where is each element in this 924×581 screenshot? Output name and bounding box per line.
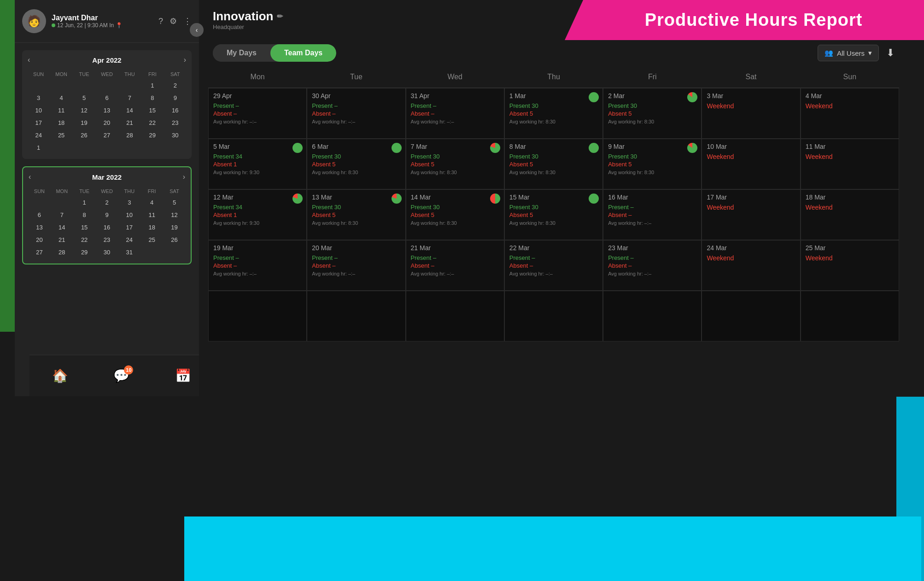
- table-row[interactable]: [406, 291, 504, 341]
- table-row[interactable]: 3 Mar Weekend: [702, 88, 800, 139]
- table-row[interactable]: 22 Mar Present – Absent – Avg working hr…: [504, 240, 603, 291]
- list-item[interactable]: 25: [141, 234, 163, 246]
- sidebar-toggle-button[interactable]: ‹: [190, 23, 204, 37]
- list-item[interactable]: 4: [141, 197, 163, 208]
- list-item[interactable]: 17: [118, 222, 140, 233]
- list-item[interactable]: 18: [50, 117, 72, 129]
- list-item[interactable]: 24: [118, 234, 140, 246]
- table-row[interactable]: 13 Mar Present 30 Absent 5 Avg working h…: [307, 189, 405, 240]
- list-item[interactable]: 17: [28, 117, 49, 129]
- list-item[interactable]: 11: [50, 105, 72, 116]
- list-item[interactable]: 5: [73, 92, 95, 104]
- list-item[interactable]: 9: [164, 92, 186, 104]
- list-item[interactable]: 21: [119, 117, 140, 129]
- list-item[interactable]: 14: [51, 222, 73, 233]
- list-item[interactable]: 5: [164, 197, 185, 208]
- edit-workspace-icon[interactable]: ✏: [277, 12, 283, 21]
- list-item[interactable]: 13: [96, 105, 117, 116]
- list-item[interactable]: 9: [96, 209, 118, 221]
- list-item[interactable]: 28: [119, 129, 140, 141]
- list-item[interactable]: 22: [74, 234, 95, 246]
- list-item[interactable]: 7: [119, 92, 140, 104]
- table-row[interactable]: 2 Mar Present 30 Absent 5 Avg working hr…: [603, 88, 702, 139]
- list-item[interactable]: 8: [74, 209, 95, 221]
- list-item[interactable]: 2: [164, 80, 186, 91]
- table-row[interactable]: 16 Mar Present – Absent – Avg working hr…: [603, 189, 702, 240]
- list-item[interactable]: 6: [96, 92, 117, 104]
- team-days-button[interactable]: Team Days: [270, 44, 336, 62]
- table-row[interactable]: [801, 291, 899, 341]
- table-row[interactable]: 11 Mar Weekend: [801, 139, 899, 189]
- help-button[interactable]: ?: [158, 17, 163, 26]
- nav-home[interactable]: 🏠: [52, 368, 68, 383]
- table-row[interactable]: 19 Mar Present – Absent – Avg working hr…: [208, 240, 307, 291]
- list-item[interactable]: 23: [96, 234, 118, 246]
- list-item[interactable]: 20: [96, 117, 117, 129]
- list-item[interactable]: 25: [50, 129, 72, 141]
- list-item[interactable]: 21: [51, 234, 73, 246]
- table-row[interactable]: 20 Mar Present – Absent – Avg working hr…: [307, 240, 405, 291]
- list-item[interactable]: 28: [51, 246, 73, 258]
- list-item[interactable]: 15: [141, 105, 163, 116]
- table-row[interactable]: 4 Mar Weekend: [801, 88, 899, 139]
- nav-chat[interactable]: 💬 10: [113, 368, 129, 383]
- list-item[interactable]: 16: [96, 222, 118, 233]
- table-row[interactable]: 21 Mar Present – Absent – Avg working hr…: [406, 240, 504, 291]
- table-row[interactable]: 6 Mar Present 30 Absent 5 Avg working hr…: [307, 139, 405, 189]
- list-item[interactable]: 14: [119, 105, 140, 116]
- list-item[interactable]: 31: [118, 246, 140, 258]
- list-item[interactable]: 10: [28, 105, 49, 116]
- list-item[interactable]: 27: [96, 129, 117, 141]
- table-row[interactable]: [504, 291, 603, 341]
- list-item[interactable]: 30: [96, 246, 118, 258]
- list-item[interactable]: 24: [28, 129, 49, 141]
- list-item[interactable]: 13: [29, 222, 50, 233]
- list-item[interactable]: 7: [51, 209, 73, 221]
- list-item[interactable]: 19: [73, 117, 95, 129]
- table-row[interactable]: [603, 291, 702, 341]
- table-row[interactable]: 25 Mar Weekend: [801, 240, 899, 291]
- list-item[interactable]: 19: [164, 222, 185, 233]
- list-item[interactable]: 1: [141, 80, 163, 91]
- list-item[interactable]: 22: [141, 117, 163, 129]
- list-item[interactable]: 3: [118, 197, 140, 208]
- list-item[interactable]: 8: [141, 92, 163, 104]
- list-item[interactable]: 1: [28, 142, 49, 153]
- list-item[interactable]: 6: [29, 209, 50, 221]
- download-button[interactable]: ⬇: [886, 47, 895, 59]
- all-users-dropdown[interactable]: 👥 All Users ▾: [818, 45, 879, 61]
- table-row[interactable]: [702, 291, 800, 341]
- my-days-button[interactable]: My Days: [213, 44, 270, 62]
- table-row[interactable]: [307, 291, 405, 341]
- table-row[interactable]: 29 Apr Present – Absent – Avg working hr…: [208, 88, 307, 139]
- settings-button[interactable]: ⚙: [170, 16, 177, 26]
- list-item[interactable]: 1: [74, 197, 95, 208]
- list-item[interactable]: 26: [164, 234, 185, 246]
- cal-mar-prev-button[interactable]: ‹: [29, 173, 31, 181]
- cal-mar-next-button[interactable]: ›: [183, 173, 185, 181]
- nav-calendar[interactable]: 📅: [175, 368, 191, 383]
- table-row[interactable]: 17 Mar Weekend: [702, 189, 800, 240]
- list-item[interactable]: 30: [164, 129, 186, 141]
- table-row[interactable]: 14 Mar Present 30 Absent 5 Avg working h…: [406, 189, 504, 240]
- table-row[interactable]: 15 Mar Present 30 Absent 5 Avg working h…: [504, 189, 603, 240]
- table-row[interactable]: 8 Mar Present 30 Absent 5 Avg working hr…: [504, 139, 603, 189]
- list-item[interactable]: 11: [141, 209, 163, 221]
- list-item[interactable]: 12: [73, 105, 95, 116]
- list-item[interactable]: 26: [73, 129, 95, 141]
- list-item[interactable]: 29: [141, 129, 163, 141]
- table-row[interactable]: 12 Mar Present 34 Absent 1 Avg working h…: [208, 189, 307, 240]
- cal-prev-button[interactable]: ‹: [28, 56, 30, 64]
- table-row[interactable]: 31 Apr Present – Absent – Avg working hr…: [406, 88, 504, 139]
- table-row[interactable]: 10 Mar Weekend: [702, 139, 800, 189]
- list-item[interactable]: 18: [141, 222, 163, 233]
- list-item[interactable]: 16: [164, 105, 186, 116]
- list-item[interactable]: 12: [164, 209, 185, 221]
- list-item[interactable]: 4: [50, 92, 72, 104]
- list-item[interactable]: 10: [118, 209, 140, 221]
- table-row[interactable]: 23 Mar Present – Absent – Avg working hr…: [603, 240, 702, 291]
- table-row[interactable]: 24 Mar Weekend: [702, 240, 800, 291]
- table-row[interactable]: 7 Mar Present 30 Absent 5 Avg working hr…: [406, 139, 504, 189]
- list-item[interactable]: 23: [164, 117, 186, 129]
- table-row[interactable]: [208, 291, 307, 341]
